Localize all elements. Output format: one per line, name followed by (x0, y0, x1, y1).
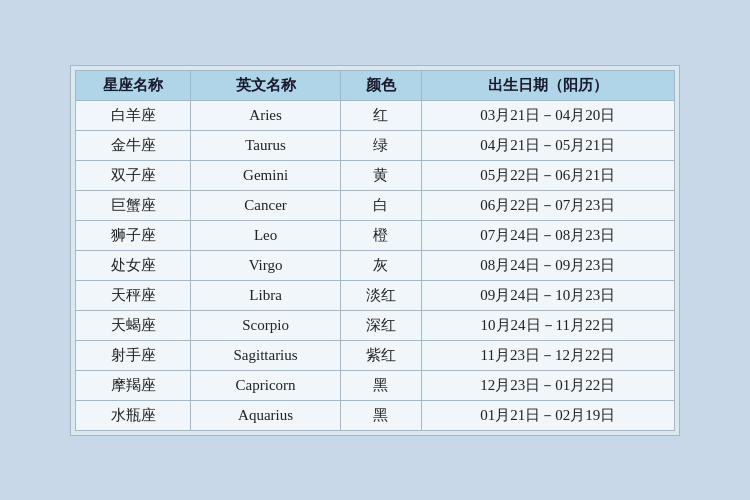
cell-en: Capricorn (191, 370, 341, 400)
header-date: 出生日期（阳历） (421, 70, 674, 100)
zodiac-table: 星座名称 英文名称 颜色 出生日期（阳历） 白羊座Aries红03月21日－04… (75, 70, 675, 431)
cell-zh: 金牛座 (76, 130, 191, 160)
cell-date: 01月21日－02月19日 (421, 400, 674, 430)
cell-color: 黑 (340, 400, 421, 430)
table-row: 狮子座Leo橙07月24日－08月23日 (76, 220, 675, 250)
cell-color: 橙 (340, 220, 421, 250)
cell-date: 11月23日－12月22日 (421, 340, 674, 370)
cell-zh: 巨蟹座 (76, 190, 191, 220)
cell-zh: 狮子座 (76, 220, 191, 250)
cell-color: 黄 (340, 160, 421, 190)
cell-date: 04月21日－05月21日 (421, 130, 674, 160)
table-header-row: 星座名称 英文名称 颜色 出生日期（阳历） (76, 70, 675, 100)
cell-zh: 摩羯座 (76, 370, 191, 400)
cell-zh: 处女座 (76, 250, 191, 280)
table-row: 巨蟹座Cancer白06月22日－07月23日 (76, 190, 675, 220)
cell-en: Leo (191, 220, 341, 250)
table-row: 射手座Sagittarius紫红11月23日－12月22日 (76, 340, 675, 370)
table-row: 天蝎座Scorpio深红10月24日－11月22日 (76, 310, 675, 340)
header-zh: 星座名称 (76, 70, 191, 100)
cell-en: Sagittarius (191, 340, 341, 370)
cell-color: 紫红 (340, 340, 421, 370)
cell-en: Gemini (191, 160, 341, 190)
cell-en: Taurus (191, 130, 341, 160)
cell-zh: 天蝎座 (76, 310, 191, 340)
cell-color: 淡红 (340, 280, 421, 310)
cell-date: 03月21日－04月20日 (421, 100, 674, 130)
cell-zh: 水瓶座 (76, 400, 191, 430)
cell-en: Aquarius (191, 400, 341, 430)
cell-date: 12月23日－01月22日 (421, 370, 674, 400)
cell-color: 深红 (340, 310, 421, 340)
table-row: 天秤座Libra淡红09月24日－10月23日 (76, 280, 675, 310)
cell-date: 05月22日－06月21日 (421, 160, 674, 190)
cell-en: Scorpio (191, 310, 341, 340)
table-row: 水瓶座Aquarius黑01月21日－02月19日 (76, 400, 675, 430)
cell-zh: 射手座 (76, 340, 191, 370)
cell-zh: 白羊座 (76, 100, 191, 130)
zodiac-table-container: 星座名称 英文名称 颜色 出生日期（阳历） 白羊座Aries红03月21日－04… (70, 65, 680, 436)
cell-en: Virgo (191, 250, 341, 280)
cell-color: 白 (340, 190, 421, 220)
cell-zh: 双子座 (76, 160, 191, 190)
cell-date: 06月22日－07月23日 (421, 190, 674, 220)
table-row: 金牛座Taurus绿04月21日－05月21日 (76, 130, 675, 160)
header-color: 颜色 (340, 70, 421, 100)
cell-date: 07月24日－08月23日 (421, 220, 674, 250)
table-row: 双子座Gemini黄05月22日－06月21日 (76, 160, 675, 190)
cell-zh: 天秤座 (76, 280, 191, 310)
cell-en: Libra (191, 280, 341, 310)
cell-color: 灰 (340, 250, 421, 280)
header-en: 英文名称 (191, 70, 341, 100)
cell-date: 08月24日－09月23日 (421, 250, 674, 280)
cell-en: Cancer (191, 190, 341, 220)
table-row: 摩羯座Capricorn黑12月23日－01月22日 (76, 370, 675, 400)
cell-date: 10月24日－11月22日 (421, 310, 674, 340)
cell-color: 绿 (340, 130, 421, 160)
cell-en: Aries (191, 100, 341, 130)
cell-date: 09月24日－10月23日 (421, 280, 674, 310)
table-row: 处女座Virgo灰08月24日－09月23日 (76, 250, 675, 280)
table-row: 白羊座Aries红03月21日－04月20日 (76, 100, 675, 130)
table-body: 白羊座Aries红03月21日－04月20日金牛座Taurus绿04月21日－0… (76, 100, 675, 430)
cell-color: 红 (340, 100, 421, 130)
cell-color: 黑 (340, 370, 421, 400)
